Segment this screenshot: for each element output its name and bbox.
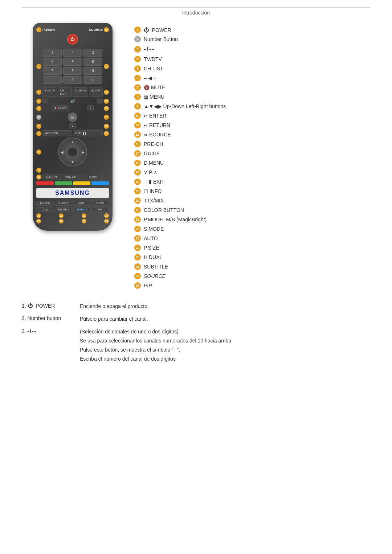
x-button[interactable]: ⊗	[68, 112, 77, 122]
legend-item-15: 15 D.MENU	[134, 160, 370, 166]
num-btn-0[interactable]: 0	[63, 76, 82, 84]
legend-badge-27: 27	[134, 273, 141, 279]
num-btn-9[interactable]: 9	[83, 67, 102, 75]
desc-block-1: 1. ⏻ POWER Enciende o apaga el producto.	[22, 303, 370, 312]
badge-4: 4	[36, 99, 41, 104]
badge-11: 11	[36, 175, 41, 180]
desc-line-2-1: Púlselo para cambiar el canal.	[80, 315, 370, 323]
legend-badge-11: 11	[134, 122, 141, 128]
legend-item-27: 27 SOURCE	[134, 273, 370, 279]
ttxmix-btn[interactable]: TTX/MIX	[83, 174, 103, 180]
return-btn[interactable]: RETURN	[42, 174, 62, 180]
off-btn[interactable]: OFF ▐▐	[73, 130, 103, 136]
legend-badge-9: 9	[134, 103, 141, 110]
legend-item-3: 3 -/--	[134, 45, 370, 53]
legend-text-1: ⏻ POWER	[144, 27, 171, 33]
tvdtv-btn[interactable]: TV/DTV	[42, 87, 57, 97]
up-btn[interactable]: ∧	[87, 105, 94, 111]
auto-btn[interactable]: AUTO	[73, 201, 91, 206]
legend-badge-10: 10	[134, 112, 141, 119]
legend-item-18: 18 ☐ INFO	[134, 188, 370, 194]
main-content: 1 POWER SOURCE 12 ⏻ 2	[22, 23, 370, 292]
samsung-logo: SAMSUNG	[36, 188, 109, 198]
num-btn-8[interactable]: 8	[63, 67, 82, 75]
legend-badge-18: 18	[134, 188, 141, 194]
num-btn-5[interactable]: 5	[63, 58, 82, 66]
pip-btn[interactable]: PIP	[91, 207, 109, 212]
color-btn-blue[interactable]	[91, 181, 109, 185]
badge-1: 1	[36, 27, 41, 32]
legend-badge-1: 1	[134, 26, 141, 33]
color-btn-red[interactable]	[36, 181, 54, 185]
monitor-btn[interactable]: MONITOR	[42, 130, 72, 136]
legend-item-25: 25 Ħ DUAL	[134, 254, 370, 260]
legend-badge-17: 17	[134, 178, 141, 185]
legend-item-10: 10 ↵ ENTER	[134, 112, 370, 119]
legend-item-7: 7 🔇 MUTE	[134, 84, 370, 91]
badge-27: 27	[82, 219, 86, 223]
power-button[interactable]: ⏻	[67, 34, 78, 45]
source-btn[interactable]: SOURCE	[73, 207, 91, 212]
legend-item-20: 20 COLOR BUTTON	[134, 207, 370, 213]
smode-btn[interactable]: S.MODE	[55, 201, 72, 206]
num-btn-1[interactable]: 1	[43, 49, 62, 57]
psize-btn[interactable]: P.SIZE	[91, 201, 109, 206]
legend-text-16: ∨ P ∧	[144, 169, 157, 175]
volume-icon: 🔊	[70, 99, 75, 103]
legend-item-17: 17 →▮ EXIT	[134, 178, 370, 185]
vol-plus[interactable]: +	[97, 98, 103, 104]
legend-text-18: ☐ INFO	[144, 188, 162, 194]
legend-item-24: 24 P.SIZE	[134, 245, 370, 251]
prech-btn[interactable]: PRE-CH	[63, 174, 82, 180]
vol-minus[interactable]: –	[42, 98, 48, 104]
down-btn[interactable]: ∨	[69, 123, 76, 129]
enter-btn[interactable]	[68, 147, 78, 157]
legend-item-8: 8 ▦ MENU	[134, 94, 370, 100]
smenu-btn[interactable]: S.MENU	[73, 87, 88, 97]
num-btn-7[interactable]: 7	[43, 67, 62, 75]
badge-21: 21	[36, 213, 41, 218]
legend-text-24: P.SIZE	[144, 245, 159, 251]
num-btn-4[interactable]: 4	[43, 58, 62, 66]
legend-badge-4: 4	[134, 56, 141, 62]
desc-line-3-1: (Selección de canales de uno o dos dígit…	[80, 328, 370, 336]
legend-text-17: →▮ EXIT	[144, 179, 164, 185]
badge-26: 26	[59, 219, 64, 223]
num-btn-3[interactable]: 3	[83, 49, 102, 57]
desc-block-3: 3. -/-- (Selección de canales de uno o d…	[22, 328, 370, 364]
badge-9: 9	[36, 149, 41, 155]
subtitle-btn[interactable]: SUBTITLE	[55, 207, 72, 212]
legend-badge-20: 20	[134, 207, 141, 213]
legend-badge-5: 5	[134, 65, 141, 72]
legend-area: 1 ⏻ POWER 2 Number Button 3 -/-- 4 TV/DT…	[134, 23, 370, 292]
guide-btn[interactable]: GUIDE	[89, 87, 103, 97]
num-btn-6[interactable]: 6	[83, 58, 102, 66]
legend-badge-28: 28	[134, 282, 141, 289]
desc-label-3: 3. -/--	[22, 328, 73, 364]
legend-badge-19: 19	[134, 197, 141, 204]
legend-text-13: PRE-CH	[144, 141, 163, 147]
bottom-buttons-grid-1: P.MODE S.MODE AUTO P.SIZE	[36, 201, 109, 206]
num-btn-prev[interactable]: ↩	[83, 76, 102, 84]
badge-13: 13	[104, 64, 109, 69]
dual-btn[interactable]: DUAL	[36, 207, 54, 212]
legend-text-26: SUBTITLE	[144, 264, 168, 270]
legend-text-27: SOURCE	[144, 273, 166, 279]
num-btn-2[interactable]: 2	[63, 49, 82, 57]
power-label: POWER	[42, 28, 55, 32]
desc-text-2: Púlselo para cambiar el canal.	[80, 315, 370, 324]
legend-badge-3: 3	[134, 46, 141, 53]
legend-badge-25: 25	[134, 254, 141, 260]
legend-badge-12: 12	[134, 131, 141, 138]
mute-btn[interactable]: 🔇 MUTE	[52, 105, 69, 111]
color-btn-yellow[interactable]	[73, 181, 91, 185]
legend-item-1: 1 ⏻ POWER	[134, 26, 370, 33]
desc-label-1: 1. ⏻ POWER	[22, 303, 73, 312]
chlist-btn[interactable]: CH LIST	[58, 87, 72, 97]
nav-disc[interactable]: ▲ ▼ ◀ ▶	[58, 138, 87, 167]
legend-item-11: 11 ↩ RETURN	[134, 122, 370, 128]
color-btn-green[interactable]	[55, 181, 72, 185]
pmode-btn[interactable]: P.MODE	[36, 201, 54, 206]
desc-text-3: (Selección de canales de uno o dos dígit…	[80, 328, 370, 364]
source-label: SOURCE	[89, 28, 103, 32]
